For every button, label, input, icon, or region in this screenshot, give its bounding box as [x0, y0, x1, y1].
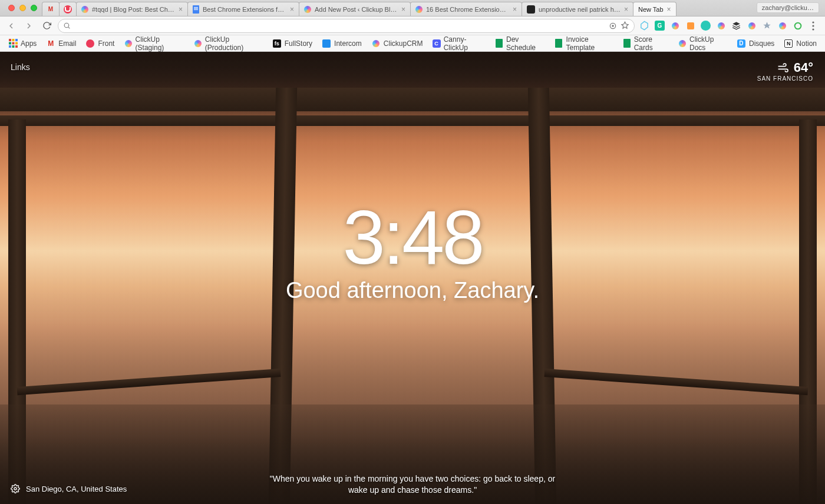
tab-4[interactable]: unproductive neil patrick harri… × — [522, 2, 633, 16]
close-window-icon[interactable] — [8, 5, 15, 11]
ext-grey-icon[interactable] — [762, 21, 772, 31]
tab-title: Add New Post ‹ Clickup Blog – … — [315, 6, 398, 13]
tab-title: New Tab — [638, 6, 664, 13]
apps-icon — [8, 39, 18, 48]
pinned-tab-gmail[interactable]: M — [42, 2, 60, 16]
ext-purple-icon[interactable] — [716, 21, 726, 31]
bookmark-label: Intercom — [334, 39, 362, 48]
tab-3[interactable]: 16 Best Chrome Extensions fo… × — [410, 2, 522, 16]
url-input[interactable] — [74, 22, 605, 30]
bookmark-apps[interactable]: Apps — [5, 37, 40, 50]
bookmark-intercom[interactable]: Intercom — [318, 37, 365, 50]
bookmark-label: Front — [98, 39, 114, 48]
minimize-window-icon[interactable] — [19, 5, 26, 11]
svg-rect-11 — [9, 42, 11, 45]
front-icon — [85, 39, 95, 48]
tab-0[interactable]: #tqqd | Blog Post: Best Chrom… × — [76, 2, 188, 16]
bookmark-dev-schedule[interactable]: Dev Schedule — [491, 34, 549, 54]
bookmark-clickupcrm[interactable]: ClickupCRM — [368, 37, 427, 50]
ext-hex-icon[interactable] — [639, 21, 649, 31]
bookmark-label: ClickUp (Production) — [205, 35, 263, 52]
tab-5-active[interactable]: New Tab × — [633, 2, 676, 16]
back-button[interactable] — [5, 19, 18, 32]
bookmark-score-cards[interactable]: Score Cards — [619, 34, 672, 54]
bookmark-notion[interactable]: N Notion — [780, 37, 820, 50]
svg-rect-14 — [9, 45, 11, 48]
bookmark-label: Dev Schedule — [506, 35, 545, 52]
gear-icon[interactable] — [11, 484, 20, 493]
svg-point-6 — [812, 25, 814, 26]
links-button[interactable]: Links — [11, 62, 30, 72]
ext-buffer-icon[interactable] — [731, 21, 741, 31]
gdoc-icon — [193, 5, 199, 14]
bookmark-disques[interactable]: D Disques — [733, 37, 778, 50]
notion-icon: N — [784, 39, 793, 48]
svg-point-0 — [64, 23, 69, 28]
tab-1[interactable]: Best Chrome Extensions for P… × — [187, 2, 299, 16]
pinned-tab-pocket[interactable] — [59, 2, 77, 16]
close-tab-icon[interactable]: × — [401, 5, 405, 14]
bookmark-star-icon[interactable] — [621, 21, 629, 30]
ext-teal-icon[interactable] — [701, 21, 711, 31]
ext-green-icon[interactable] — [793, 21, 803, 31]
ext-clickup-icon[interactable] — [670, 21, 680, 31]
ext-grammarly-icon[interactable]: G — [655, 21, 665, 31]
bookmarks-bar: Apps M Email Front ClickUp (Staging) Cli… — [0, 35, 825, 52]
reload-button[interactable] — [40, 19, 53, 32]
close-tab-icon[interactable]: × — [179, 5, 183, 14]
toolbar: G — [0, 16, 825, 35]
search-icon — [63, 22, 71, 29]
bookmark-label: Apps — [21, 39, 37, 48]
tab-title: #tqqd | Blog Post: Best Chrom… — [92, 6, 175, 13]
tab-title: 16 Best Chrome Extensions fo… — [426, 6, 509, 13]
center-panel: 3:48 Good afternoon, Zachary. — [286, 198, 539, 303]
bookmark-label: Disques — [749, 39, 774, 48]
sheets-icon — [495, 39, 503, 48]
url-bar[interactable] — [58, 19, 635, 33]
disqus-icon: D — [737, 39, 746, 48]
bookmark-clickup-staging[interactable]: ClickUp (Staging) — [120, 34, 187, 54]
ext-purple2-icon[interactable] — [747, 21, 757, 31]
close-tab-icon[interactable]: × — [624, 5, 628, 14]
clickup-icon — [678, 39, 687, 48]
bookmark-label: ClickUp Docs — [689, 35, 727, 52]
daily-quote[interactable]: "When you wake up in the morning you hav… — [259, 473, 566, 496]
bookmark-label: Canny-ClickUp — [444, 35, 486, 52]
window-controls — [4, 5, 42, 16]
svg-point-5 — [812, 21, 814, 23]
clickup-icon — [81, 6, 88, 13]
canny-icon: C — [432, 39, 440, 48]
bookmark-label: Notion — [796, 39, 817, 48]
bookmark-clickup-docs[interactable]: ClickUp Docs — [675, 34, 731, 54]
bookmark-fullstory[interactable]: fs FullStory — [269, 37, 316, 50]
svg-point-17 — [14, 488, 16, 490]
ext-badge-icon[interactable] — [685, 21, 695, 31]
forward-button[interactable] — [22, 19, 35, 32]
bookmark-invoice-template[interactable]: Invoice Template — [551, 34, 616, 54]
profile-badge[interactable]: zachary@clicku… — [757, 2, 819, 13]
fullscreen-window-icon[interactable] — [31, 5, 37, 11]
wind-icon — [777, 63, 790, 72]
photo-info[interactable]: San Diego, CA, United States — [11, 484, 127, 493]
tab-2[interactable]: Add New Post ‹ Clickup Blog – … × — [299, 2, 411, 16]
bookmark-label: Email — [58, 39, 76, 48]
tab-title: unproductive neil patrick harri… — [539, 6, 621, 13]
clock: 3:48 — [286, 198, 539, 275]
close-tab-icon[interactable]: × — [290, 5, 294, 14]
photo-location: San Diego, CA, United States — [26, 485, 127, 493]
location-target-icon[interactable] — [609, 22, 617, 30]
svg-rect-16 — [15, 45, 18, 48]
chrome-menu-icon[interactable] — [808, 21, 818, 31]
bookmark-canny[interactable]: C Canny-ClickUp — [428, 34, 489, 54]
bookmark-label: ClickupCRM — [384, 39, 423, 48]
bookmark-clickup-production[interactable]: ClickUp (Production) — [190, 34, 266, 54]
close-tab-icon[interactable]: × — [513, 5, 517, 14]
bookmark-front[interactable]: Front — [82, 37, 118, 50]
clickup-icon — [415, 6, 423, 13]
ext-clickup2-icon[interactable] — [777, 21, 787, 31]
weather-widget[interactable]: 64° SAN FRANCISCO — [757, 60, 813, 82]
close-tab-icon[interactable]: × — [667, 5, 671, 14]
svg-rect-9 — [12, 39, 14, 41]
svg-point-4 — [794, 22, 801, 29]
bookmark-email[interactable]: M Email — [42, 37, 80, 50]
